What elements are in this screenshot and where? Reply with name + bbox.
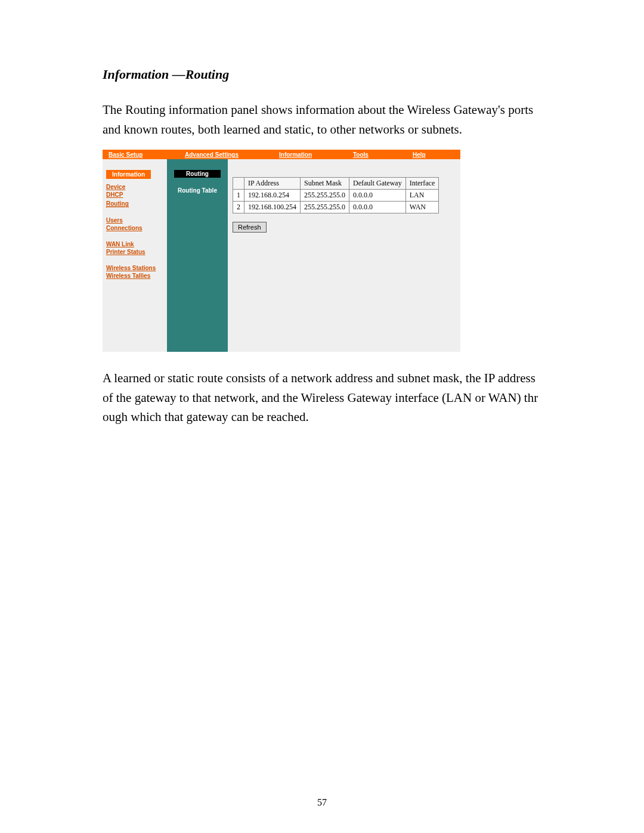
sidebar-item-users[interactable]: Users [106,217,167,224]
sidebar-item-wireless-tallies[interactable]: Wireless Tallies [106,272,167,279]
cell-index: 2 [233,202,244,213]
col-mask: Subnet Mask [301,178,349,190]
top-nav: Basic Setup Advanced Settings Informatio… [103,150,460,159]
section-heading: Information —Routing [103,67,543,82]
sidebar-item-wan-link[interactable]: WAN Link [106,241,167,247]
sidebar-item-routing[interactable]: Routing [106,200,129,208]
closing-paragraph: A learned or static route consists of a … [103,368,543,427]
col-ip: IP Address [244,178,301,190]
refresh-button[interactable]: Refresh [233,222,267,233]
mid-subtitle: Routing Table [167,187,228,194]
mid-panel: Routing Routing Table [167,159,228,352]
cell-mask: 255.255.255.0 [301,202,349,213]
nav-information[interactable]: Information [279,151,348,158]
table-row: 1 192.168.0.254 255.255.255.0 0.0.0.0 LA… [233,190,439,202]
router-ui-screenshot: Basic Setup Advanced Settings Informatio… [103,150,460,352]
content-area: IP Address Subnet Mask Default Gateway I… [228,159,460,352]
sidebar: Information Device DHCP Routing Users Co… [103,159,167,352]
sidebar-item-connections[interactable]: Connections [106,225,167,231]
cell-ip: 192.168.0.254 [244,190,301,202]
cell-iface: LAN [405,190,439,202]
cell-iface: WAN [405,202,439,213]
sidebar-item-device[interactable]: Device [106,184,167,190]
routing-table: IP Address Subnet Mask Default Gateway I… [233,177,439,213]
col-gateway: Default Gateway [349,178,406,190]
cell-gw: 0.0.0.0 [349,202,406,213]
sidebar-item-printer-status[interactable]: Printer Status [106,249,167,255]
cell-gw: 0.0.0.0 [349,190,406,202]
sidebar-item-wireless-stations[interactable]: Wireless Stations [106,265,167,271]
nav-tools[interactable]: Tools [353,151,408,158]
col-iface: Interface [405,178,439,190]
nav-advanced-settings[interactable]: Advanced Settings [185,151,274,158]
sidebar-item-dhcp[interactable]: DHCP [106,191,167,198]
cell-index: 1 [233,190,244,202]
intro-paragraph: The Routing information panel shows info… [103,100,543,139]
col-index [233,178,244,190]
cell-ip: 192.168.100.254 [244,202,301,213]
cell-mask: 255.255.255.0 [301,190,349,202]
table-row: 2 192.168.100.254 255.255.255.0 0.0.0.0 … [233,202,439,213]
nav-basic-setup[interactable]: Basic Setup [109,151,180,158]
page-number: 57 [0,797,644,808]
sidebar-header: Information [106,170,151,179]
mid-title: Routing [174,170,221,178]
nav-help[interactable]: Help [413,151,448,158]
table-header-row: IP Address Subnet Mask Default Gateway I… [233,178,439,190]
